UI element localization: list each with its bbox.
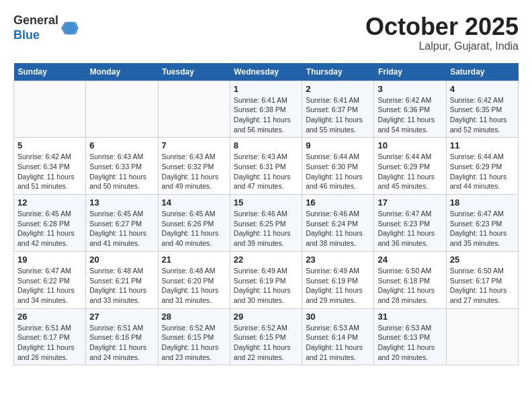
day-number: 15 [234,197,298,208]
calendar-cell [86,81,158,138]
cell-sun-info: Sunrise: 6:47 AMSunset: 6:22 PMDaylight:… [17,266,82,306]
cell-sun-info: Sunrise: 6:50 AMSunset: 6:17 PMDaylight:… [450,266,515,306]
day-number: 6 [89,140,154,150]
day-number: 3 [378,84,442,94]
day-number: 18 [450,197,515,208]
cell-sun-info: Sunrise: 6:50 AMSunset: 6:18 PMDaylight:… [378,266,442,306]
calendar-cell: 25Sunrise: 6:50 AMSunset: 6:17 PMDayligh… [446,251,518,308]
calendar-cell: 29Sunrise: 6:52 AMSunset: 6:15 PMDayligh… [230,308,302,365]
calendar-cell: 20Sunrise: 6:48 AMSunset: 6:21 PMDayligh… [86,251,158,308]
calendar-cell: 17Sunrise: 6:47 AMSunset: 6:23 PMDayligh… [374,195,446,252]
calendar-cell: 3Sunrise: 6:42 AMSunset: 6:36 PMDaylight… [374,81,446,138]
day-number: 10 [378,140,442,150]
logo-blue: Blue [13,28,40,42]
calendar-cell: 9Sunrise: 6:44 AMSunset: 6:30 PMDaylight… [302,138,374,195]
calendar-cell: 18Sunrise: 6:47 AMSunset: 6:23 PMDayligh… [446,195,518,252]
cell-sun-info: Sunrise: 6:53 AMSunset: 6:13 PMDaylight:… [378,323,442,363]
calendar-cell: 30Sunrise: 6:53 AMSunset: 6:14 PMDayligh… [302,308,374,365]
month-title: October 2025 [365,13,519,40]
weekday-header-wednesday: Wednesday [230,63,302,81]
day-number: 30 [306,312,370,322]
day-number: 19 [17,255,82,265]
logo-icon [60,19,79,38]
cell-sun-info: Sunrise: 6:46 AMSunset: 6:25 PMDaylight:… [234,209,298,248]
cell-sun-info: Sunrise: 6:42 AMSunset: 6:36 PMDaylight:… [378,95,442,135]
day-number: 21 [162,255,226,265]
cell-sun-info: Sunrise: 6:45 AMSunset: 6:26 PMDaylight:… [162,209,226,248]
calendar-cell: 13Sunrise: 6:45 AMSunset: 6:27 PMDayligh… [86,195,158,252]
calendar-cell: 23Sunrise: 6:49 AMSunset: 6:19 PMDayligh… [302,251,374,308]
cell-sun-info: Sunrise: 6:49 AMSunset: 6:19 PMDaylight:… [306,266,370,306]
cell-sun-info: Sunrise: 6:49 AMSunset: 6:19 PMDaylight:… [234,266,298,306]
cell-sun-info: Sunrise: 6:51 AMSunset: 6:17 PMDaylight:… [17,323,82,363]
cell-sun-info: Sunrise: 6:44 AMSunset: 6:29 PMDaylight:… [450,152,515,191]
day-number: 16 [306,197,370,208]
day-number: 26 [17,312,82,322]
calendar-cell [446,308,518,365]
day-number: 5 [17,140,82,150]
calendar-week-row: 12Sunrise: 6:45 AMSunset: 6:28 PMDayligh… [14,195,519,252]
weekday-header-friday: Friday [374,63,446,81]
cell-sun-info: Sunrise: 6:42 AMSunset: 6:35 PMDaylight:… [450,95,515,135]
day-number: 20 [89,255,154,265]
title-block: October 2025 Lalpur, Gujarat, India [365,13,519,52]
cell-sun-info: Sunrise: 6:43 AMSunset: 6:32 PMDaylight:… [162,152,226,191]
cell-sun-info: Sunrise: 6:47 AMSunset: 6:23 PMDaylight:… [450,209,515,248]
day-number: 27 [89,312,154,322]
calendar-cell: 2Sunrise: 6:41 AMSunset: 6:37 PMDaylight… [302,81,374,138]
calendar-cell: 10Sunrise: 6:44 AMSunset: 6:29 PMDayligh… [374,138,446,195]
day-number: 31 [378,312,442,322]
calendar-week-row: 26Sunrise: 6:51 AMSunset: 6:17 PMDayligh… [14,308,519,365]
calendar-week-row: 5Sunrise: 6:42 AMSunset: 6:34 PMDaylight… [14,138,519,195]
cell-sun-info: Sunrise: 6:45 AMSunset: 6:28 PMDaylight:… [17,209,82,248]
calendar-cell: 24Sunrise: 6:50 AMSunset: 6:18 PMDayligh… [374,251,446,308]
calendar-cell: 15Sunrise: 6:46 AMSunset: 6:25 PMDayligh… [230,195,302,252]
day-number: 14 [162,197,226,208]
day-number: 4 [450,84,515,94]
calendar-cell [158,81,230,138]
day-number: 24 [378,255,442,265]
calendar-cell: 6Sunrise: 6:43 AMSunset: 6:33 PMDaylight… [86,138,158,195]
day-number: 7 [162,140,226,150]
day-number: 28 [162,312,226,322]
cell-sun-info: Sunrise: 6:48 AMSunset: 6:20 PMDaylight:… [162,266,226,306]
cell-sun-info: Sunrise: 6:43 AMSunset: 6:31 PMDaylight:… [234,152,298,191]
day-number: 1 [234,84,298,94]
day-number: 2 [306,84,370,94]
weekday-header-thursday: Thursday [302,63,374,81]
cell-sun-info: Sunrise: 6:51 AMSunset: 6:16 PMDaylight:… [89,323,154,363]
weekday-header-sunday: Sunday [14,63,86,81]
calendar-cell: 4Sunrise: 6:42 AMSunset: 6:35 PMDaylight… [446,81,518,138]
day-number: 8 [234,140,298,150]
day-number: 11 [450,140,515,150]
calendar-week-row: 19Sunrise: 6:47 AMSunset: 6:22 PMDayligh… [14,251,519,308]
calendar-cell: 11Sunrise: 6:44 AMSunset: 6:29 PMDayligh… [446,138,518,195]
weekday-header-monday: Monday [86,63,158,81]
cell-sun-info: Sunrise: 6:47 AMSunset: 6:23 PMDaylight:… [378,209,442,248]
weekday-header-row: SundayMondayTuesdayWednesdayThursdayFrid… [14,63,519,81]
day-number: 17 [378,197,442,208]
calendar-cell: 26Sunrise: 6:51 AMSunset: 6:17 PMDayligh… [14,308,86,365]
calendar-table: SundayMondayTuesdayWednesdayThursdayFrid… [13,63,519,366]
calendar-cell: 19Sunrise: 6:47 AMSunset: 6:22 PMDayligh… [14,251,86,308]
calendar-cell: 5Sunrise: 6:42 AMSunset: 6:34 PMDaylight… [14,138,86,195]
cell-sun-info: Sunrise: 6:53 AMSunset: 6:14 PMDaylight:… [306,323,370,363]
calendar-cell: 27Sunrise: 6:51 AMSunset: 6:16 PMDayligh… [86,308,158,365]
calendar-cell [14,81,86,138]
day-number: 9 [306,140,370,150]
cell-sun-info: Sunrise: 6:44 AMSunset: 6:29 PMDaylight:… [378,152,442,191]
page-header: General Blue October 2025 Lalpur, Gujara… [13,13,519,52]
calendar-cell: 8Sunrise: 6:43 AMSunset: 6:31 PMDaylight… [230,138,302,195]
day-number: 25 [450,255,515,265]
logo: General Blue [13,13,79,42]
cell-sun-info: Sunrise: 6:52 AMSunset: 6:15 PMDaylight:… [234,323,298,363]
day-number: 22 [234,255,298,265]
cell-sun-info: Sunrise: 6:41 AMSunset: 6:38 PMDaylight:… [234,95,298,135]
cell-sun-info: Sunrise: 6:43 AMSunset: 6:33 PMDaylight:… [89,152,154,191]
calendar-cell: 22Sunrise: 6:49 AMSunset: 6:19 PMDayligh… [230,251,302,308]
weekday-header-saturday: Saturday [446,63,518,81]
calendar-cell: 28Sunrise: 6:52 AMSunset: 6:15 PMDayligh… [158,308,230,365]
weekday-header-tuesday: Tuesday [158,63,230,81]
calendar-cell: 12Sunrise: 6:45 AMSunset: 6:28 PMDayligh… [14,195,86,252]
calendar-cell: 21Sunrise: 6:48 AMSunset: 6:20 PMDayligh… [158,251,230,308]
